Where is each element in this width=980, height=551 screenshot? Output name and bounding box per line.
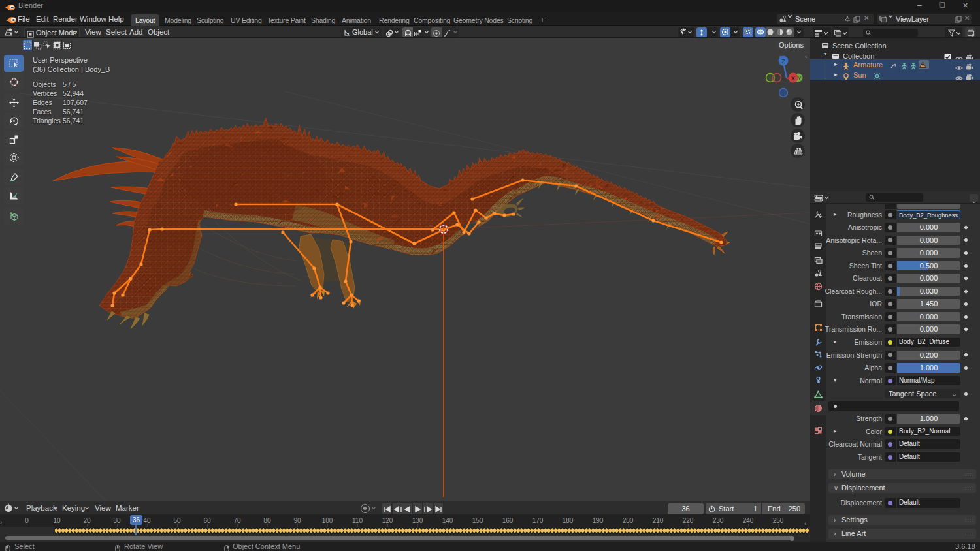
svg-text:X: X	[791, 75, 795, 82]
svg-text:Z: Z	[781, 58, 785, 65]
svg-text:Y: Y	[798, 75, 802, 82]
